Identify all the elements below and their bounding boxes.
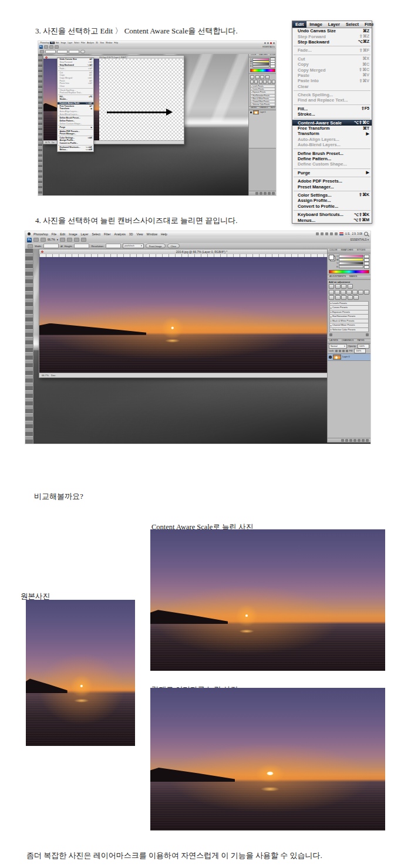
color-slider[interactable]: K — [250, 65, 275, 67]
posterize-icon[interactable] — [329, 295, 334, 300]
opacity-select[interactable]: 100% — [358, 344, 369, 349]
menu-item[interactable]: Adobe PDF Presets... — [292, 178, 372, 184]
preset-row[interactable]: ▸ Selective Color Presets — [329, 327, 369, 333]
vibrance-icon[interactable] — [250, 80, 254, 84]
menubar-item[interactable]: Layer — [67, 42, 73, 44]
vibrance2-icon[interactable] — [353, 295, 359, 300]
expanded-view-icon[interactable] — [366, 333, 369, 336]
menu-item[interactable]: Step Backward ⌥⌘Z — [292, 39, 372, 45]
link-icon[interactable] — [341, 439, 344, 442]
brightness-contrast-icon[interactable] — [329, 284, 334, 289]
menu-item[interactable]: Define Brush Preset... — [292, 150, 372, 156]
spotlight-icon[interactable] — [364, 232, 368, 236]
fg-bg-color-swatch[interactable] — [329, 255, 335, 261]
sync-icon[interactable] — [316, 232, 319, 235]
layer-row[interactable]: Layer 0 — [249, 110, 276, 114]
panel-tab[interactable]: PATHS — [355, 339, 366, 343]
menubar-item[interactable]: Select — [90, 232, 102, 236]
preset-row[interactable]: ▸ Levels Presets — [329, 301, 369, 306]
visibility-eye-icon[interactable] — [329, 356, 332, 359]
brightness-icon[interactable] — [250, 75, 254, 79]
close-icon[interactable] — [45, 56, 48, 59]
menubar-item[interactable]: Window — [145, 232, 159, 236]
workspace-switcher[interactable]: ESSENTIALS ▾ — [262, 46, 275, 48]
menubar-item[interactable]: Edit — [58, 232, 67, 236]
color-balance-icon[interactable] — [259, 80, 262, 84]
resolution-unit-select[interactable]: pixels/inch ▾ — [123, 244, 144, 248]
menubar-item[interactable]: Analysis — [86, 42, 95, 44]
preset-row[interactable]: ▸ Curves Presets — [329, 305, 369, 310]
color-balance-icon[interactable] — [341, 290, 346, 295]
hue-saturation-icon[interactable] — [335, 290, 340, 295]
menu-item[interactable]: Find and Replace Text... — [292, 97, 372, 103]
menu-item[interactable]: Preset Manager... — [292, 184, 372, 189]
slider-bar[interactable] — [252, 65, 269, 68]
return-icon[interactable] — [329, 333, 332, 336]
zoom-level-dropdown[interactable] — [49, 45, 53, 49]
selective-color-icon[interactable] — [348, 295, 353, 300]
mask-icon[interactable] — [349, 439, 352, 442]
menubar-item[interactable]: View — [134, 232, 144, 236]
screen-mode-icon[interactable] — [81, 238, 86, 242]
menubar-item[interactable]: View — [99, 42, 105, 44]
photo-filter-icon[interactable] — [268, 80, 271, 84]
menubar-item[interactable]: 3D — [95, 42, 99, 44]
panel-tab[interactable]: PATHS — [269, 107, 276, 110]
menu-bar-item[interactable]: Layer — [325, 21, 343, 28]
zoom-level[interactable]: 66.7% — [42, 374, 49, 377]
curves-icon[interactable] — [260, 75, 264, 79]
menu-item[interactable]: Keyboard Shortcuts... ⌥⇧⌘K — [292, 212, 372, 217]
menubar-clock[interactable]: 2.9. 3:08 — [352, 232, 362, 235]
panel-tab[interactable]: STYLES — [355, 249, 368, 253]
levels-icon[interactable] — [335, 284, 341, 289]
menu-item[interactable]: Color Settings... ⇧⌘K — [292, 192, 372, 198]
menubar-item[interactable]: 3D — [127, 232, 135, 236]
menubar-item[interactable]: Layer — [79, 232, 90, 236]
menu-bar-item[interactable]: Image — [306, 21, 325, 28]
new-layer-icon[interactable] — [362, 439, 365, 442]
panel-tab[interactable]: COLOR — [328, 249, 339, 253]
lock-all-icon[interactable] — [346, 350, 348, 352]
menu-item[interactable]: Menus... ⌥⇧⌘M — [58, 148, 93, 151]
lock-pixels-icon[interactable] — [339, 350, 341, 352]
gradient-map-icon[interactable] — [341, 295, 346, 300]
menubar-item[interactable]: Photoshop — [32, 232, 50, 236]
preset-row[interactable]: ▸ Channel Mixer Presets — [329, 323, 369, 327]
tool-preset-icon[interactable] — [40, 50, 44, 53]
wifi-icon[interactable] — [264, 42, 266, 44]
levels-icon[interactable] — [255, 75, 260, 79]
menu-item[interactable]: Stroke... — [292, 112, 372, 117]
panel-tab[interactable]: CHANNELS — [340, 339, 356, 343]
preset-row[interactable]: ▸ Hue/Saturation Presets — [329, 314, 369, 319]
slider-value-box[interactable] — [364, 265, 369, 269]
menu-item[interactable]: Paste Into ⇧⌘V — [292, 78, 372, 83]
lock-position-icon[interactable] — [342, 350, 345, 352]
panel-tab[interactable]: MASKS — [348, 275, 359, 279]
panel-tab[interactable]: SWATCHES — [339, 249, 355, 253]
hand-tool-icon[interactable] — [55, 45, 59, 49]
workspace-switcher[interactable]: ESSENTIALS ▾ — [351, 238, 369, 241]
color-spectrum[interactable] — [250, 69, 275, 72]
menu-item[interactable]: Step Forward ⇧⌘Z — [292, 33, 372, 39]
menubar-item[interactable]: Help — [159, 232, 169, 236]
menubar-item[interactable]: Edit — [55, 42, 60, 44]
view-extras-icon[interactable] — [41, 238, 46, 242]
invert-icon[interactable] — [364, 290, 369, 295]
color-slider[interactable]: K — [336, 265, 369, 268]
exposure-icon[interactable] — [348, 284, 353, 289]
options-button[interactable] — [80, 50, 85, 54]
menubar-item[interactable]: Help — [113, 42, 119, 44]
bridge-icon[interactable] — [33, 238, 39, 242]
slider-bar[interactable] — [339, 262, 363, 265]
menubar-item[interactable]: File — [50, 232, 58, 236]
menu-item[interactable]: Fill... ⇧F5 — [292, 106, 372, 112]
menu-item[interactable]: Copy Merged ⇧⌘C — [292, 67, 372, 72]
new-layer-icon[interactable] — [268, 192, 271, 195]
preset-row[interactable]: ▸ Exposure Presets — [329, 310, 369, 315]
trash-icon[interactable] — [366, 439, 369, 442]
channel-mixer-icon[interactable] — [358, 290, 363, 295]
zoom-level-value[interactable]: 66.7% — [48, 238, 55, 241]
menu-item[interactable]: Menus... ⌥⇧⌘M — [292, 217, 372, 222]
apple-menu-icon[interactable] — [28, 232, 31, 235]
mask-icon[interactable] — [264, 192, 267, 195]
